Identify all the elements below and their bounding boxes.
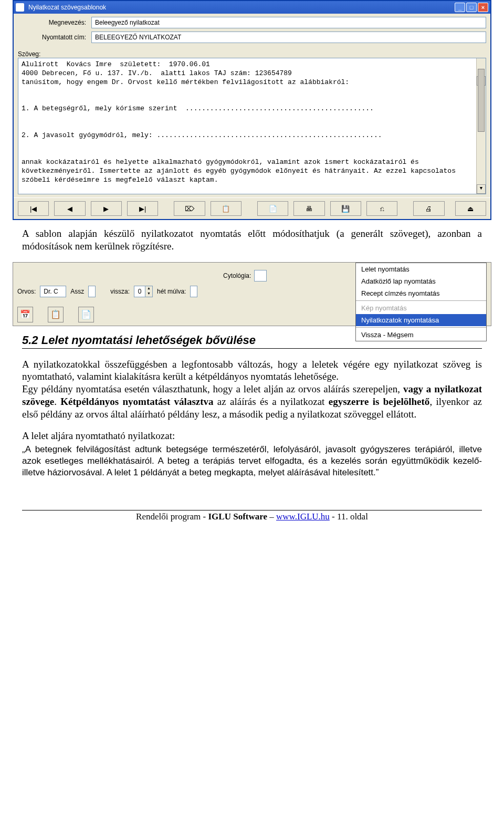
label-het-mulva: hét múlva:: [157, 288, 186, 295]
prev-record-button[interactable]: ◀: [54, 201, 85, 216]
text-span: A nyilatkozatokkal összefüggésben a legf…: [22, 359, 482, 382]
exit-button[interactable]: ⏏: [455, 201, 486, 216]
quote-body: „A betegnek felvilágosítást adtunk beteg…: [22, 444, 482, 478]
text-span: .: [54, 396, 60, 407]
quote-block: A lelet aljára nyomtatható nyilatkozat: …: [22, 430, 482, 478]
text-span: Egy példány nyomtatása esetén választhat…: [22, 383, 403, 394]
minimize-button[interactable]: _: [455, 3, 465, 12]
toolbar-btn-6[interactable]: 📋: [211, 201, 242, 216]
app-icon: [16, 3, 24, 12]
last-record-button[interactable]: ▶|: [127, 201, 158, 216]
input-orvos[interactable]: Dr. C: [40, 286, 66, 297]
page-footer: Rendelői program - IGLU Software – www.I…: [22, 510, 482, 522]
toolbar-icon-3[interactable]: 📄: [78, 307, 94, 322]
template-editor-window: Nyilatkozat szövegsablonok _ □ × Megneve…: [13, 0, 491, 220]
footer-dash: –: [267, 512, 276, 522]
scroll-thumb[interactable]: [478, 69, 485, 132]
footer-prefix: Rendelői program -: [136, 512, 208, 522]
menu-item-recept[interactable]: Recept címzés nyomtatás: [356, 287, 486, 299]
menu-item-vissza[interactable]: Vissza - Mégsem: [356, 329, 486, 341]
first-record-button[interactable]: |◀: [18, 201, 49, 216]
spinner-up-icon[interactable]: ▲: [145, 286, 152, 291]
toolbar-btn-9[interactable]: 💾: [330, 201, 361, 216]
menu-separator: [356, 300, 486, 301]
label-szoveg: Szöveg:: [18, 50, 40, 58]
spinner-vissza[interactable]: ▲▼: [134, 286, 153, 297]
menu-item-adatkozlo[interactable]: Adatközlő lap nyomtatás: [356, 275, 486, 287]
template-text-content: Alulírott Kovács Imre született: 1970.06…: [22, 60, 460, 194]
footer-company: IGLU Software: [208, 512, 267, 522]
menu-item-nyilatkozatok[interactable]: Nyilatkozatok nyomtatása: [356, 314, 486, 326]
close-button[interactable]: ×: [478, 3, 488, 12]
spinner-down-icon[interactable]: ▼: [145, 291, 152, 297]
menu-item-kep-nyomtatas: Kép nyomtatás: [356, 302, 486, 314]
spinner-vissza-value[interactable]: [134, 286, 145, 297]
label-nyomtatott-cim: Nyomtatott cím:: [18, 34, 91, 41]
titlebar[interactable]: Nyilatkozat szövegsablonok _ □ ×: [14, 1, 490, 14]
menu-separator-2: [356, 327, 486, 328]
window-title: Nyilatkozat szövegsablonok: [27, 4, 455, 11]
nav-toolbar: |◀ ◀ ▶ ▶| ⌦ 📋 📄 🖶 💾 ⎌ 🖨 ⏏: [14, 197, 490, 219]
print-menu-window: Cytológia: Orvos: Dr. C Assz vissza: ▲▼ …: [13, 262, 491, 326]
template-textarea[interactable]: Alulírott Kovács Imre született: 1970.06…: [18, 58, 486, 194]
label-vissza: vissza:: [110, 288, 130, 295]
input-nyomtatott-cim[interactable]: BELEEGYEZŐ NYILATKOZAT: [91, 32, 486, 43]
label-cytologia: Cytológia:: [223, 272, 251, 279]
input-assz[interactable]: [88, 286, 96, 297]
footer-link[interactable]: www.IGLU.hu: [276, 512, 330, 522]
label-megnevezes: Megnevezés:: [18, 19, 91, 26]
text-bold: egyszerre is bejelölhető: [329, 396, 430, 407]
menu-item-lelet-nyomtatas[interactable]: Lelet nyomtatás: [356, 263, 486, 275]
toolbar-btn-7[interactable]: 📄: [257, 201, 288, 216]
quote-intro: A lelet aljára nyomtatható nyilatkozat:: [22, 430, 482, 443]
text-span: az aláírás és a nyilatkozat: [214, 396, 329, 407]
input-megnevezes[interactable]: Beleegyező nyilatkozat: [91, 17, 486, 28]
input-cytologia[interactable]: [254, 270, 267, 282]
label-assz: Assz: [70, 288, 84, 295]
paragraph-intro: A sablon alapján készülő nyilatkozatot n…: [22, 227, 482, 253]
label-orvos: Orvos:: [17, 288, 36, 295]
footer-page: - 11. oldal: [330, 512, 368, 522]
scrollbar[interactable]: ▲ ▼: [476, 58, 486, 194]
toolbar-icon-2[interactable]: 📋: [48, 307, 64, 322]
paragraph-2: A nyilatkozatokkal összefüggésben a legf…: [22, 358, 482, 421]
toolbar-btn-8[interactable]: 🖶: [293, 201, 324, 216]
toolbar-icon-1[interactable]: 📅: [17, 307, 33, 322]
print-context-menu: Lelet nyomtatás Adatközlő lap nyomtatás …: [355, 263, 487, 341]
text-bold: Kétpéldányos nyomtatást választva: [60, 396, 213, 407]
maximize-button[interactable]: □: [466, 3, 477, 12]
next-record-button[interactable]: ▶: [91, 201, 122, 216]
toolbar-btn-10[interactable]: ⎌: [366, 201, 397, 216]
input-het-mulva[interactable]: [190, 286, 197, 297]
print-button[interactable]: 🖨: [413, 201, 444, 216]
scroll-down-icon[interactable]: ▼: [477, 184, 486, 194]
toolbar-btn-5[interactable]: ⌦: [174, 201, 205, 216]
